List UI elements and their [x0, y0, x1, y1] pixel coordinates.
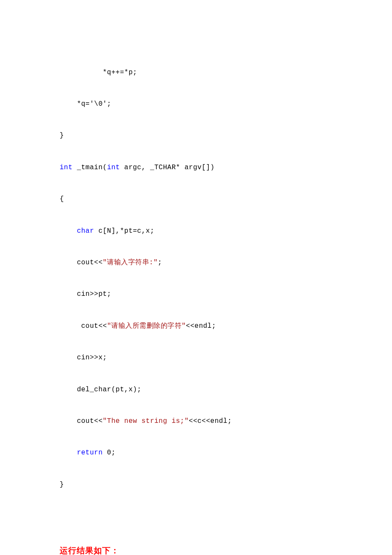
code-line: cout<<"请输入字符串:"; — [60, 257, 332, 268]
code-line: del_char(pt,x); — [60, 384, 332, 395]
code-line: char c[N],*pt=c,x; — [60, 226, 332, 237]
code-line: cout<<"The new string is;"<<c<<endl; — [60, 416, 332, 427]
run-result-heading: 运行结果如下： — [60, 545, 332, 555]
code-text: cout<< — [60, 322, 107, 330]
code-line: cin>>pt; — [60, 289, 332, 300]
string-literal: "The new string is;" — [103, 417, 189, 425]
code-line: int _tmain(int argc, _TCHAR* argv[]) — [60, 162, 332, 173]
code-text: _tmain( — [72, 164, 107, 171]
code-text: <<endl; — [186, 322, 216, 330]
code-text: argc, _TCHAR* argv[]) — [120, 164, 214, 171]
keyword: int — [107, 164, 120, 171]
code-line: } — [60, 480, 332, 490]
code-text: <<c<<endl; — [189, 417, 232, 425]
code-text: cout<< — [60, 417, 103, 425]
code-block-1: *q++=*p; *q='\0'; } int _tmain(int argc,… — [60, 46, 332, 511]
code-line: *q++=*p; — [60, 67, 332, 78]
keyword: return — [77, 449, 103, 457]
code-text — [60, 227, 77, 235]
string-literal: "请输入字符串:" — [103, 259, 158, 266]
code-line: cout<<"请输入所需删除的字符"<<endl; — [60, 321, 332, 332]
string-literal: "请输入所需删除的字符" — [107, 322, 186, 330]
code-line: return 0; — [60, 448, 332, 458]
code-line: cin>>x; — [60, 353, 332, 363]
code-line: { — [60, 194, 332, 205]
keyword: char — [77, 227, 94, 235]
document-page: *q++=*p; *q='\0'; } int _tmain(int argc,… — [0, 0, 392, 555]
code-line: } — [60, 130, 332, 141]
code-line: *q='\0'; — [60, 99, 332, 110]
code-text: 0; — [103, 449, 115, 457]
code-text — [60, 449, 77, 457]
keyword: int — [60, 164, 72, 171]
code-text: ; — [158, 259, 162, 266]
code-text: c[N],*pt=c,x; — [94, 227, 154, 235]
code-text: cout<< — [60, 259, 103, 266]
